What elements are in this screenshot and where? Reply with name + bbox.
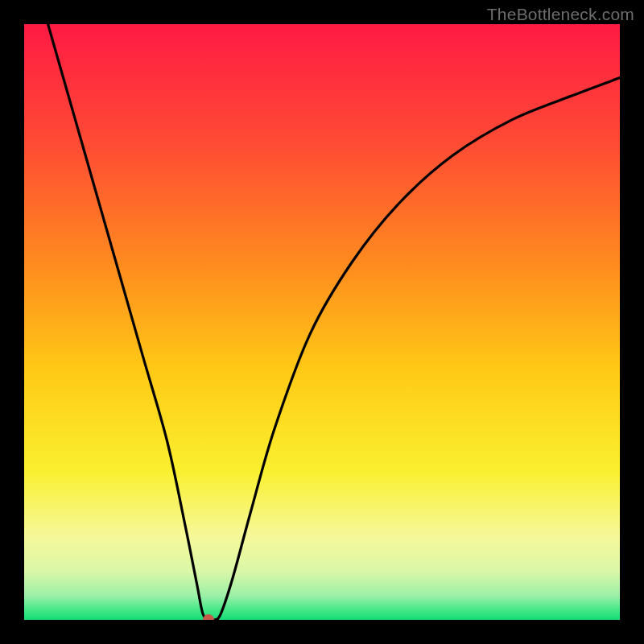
chart-frame: TheBottleneck.com: [0, 0, 644, 644]
bottleneck-curve: [24, 24, 620, 620]
plot-area: [24, 24, 620, 620]
watermark-text: TheBottleneck.com: [487, 5, 634, 24]
